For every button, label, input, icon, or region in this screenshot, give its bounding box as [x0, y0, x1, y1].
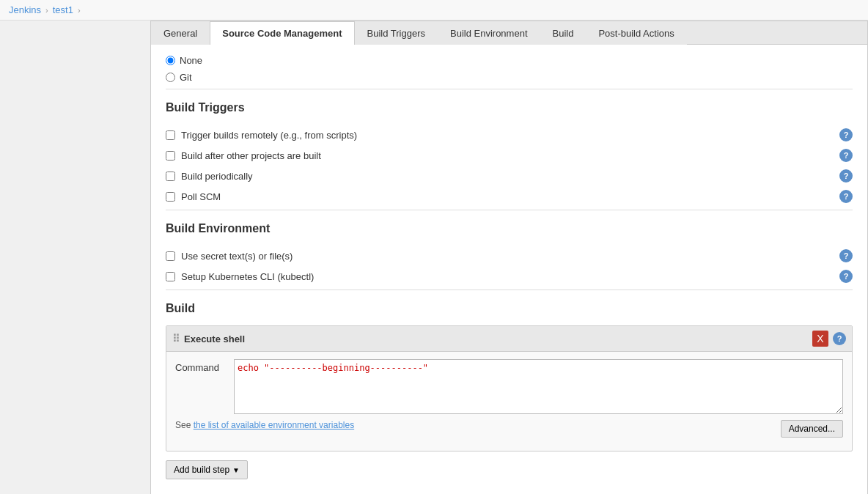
- left-sidebar: [0, 21, 150, 494]
- advanced-button[interactable]: Advanced...: [781, 420, 843, 438]
- breadcrumb: Jenkins › test1 ›: [0, 0, 868, 21]
- build-environment-header: Build Environment: [166, 222, 853, 238]
- trigger-remote-label: Trigger builds remotely (e.g., from scri…: [181, 130, 357, 141]
- delete-build-step-button[interactable]: X: [812, 331, 828, 347]
- tab-general[interactable]: General: [151, 21, 210, 45]
- build-section-header: Build: [166, 302, 853, 318]
- divider-3: [166, 290, 853, 290]
- setup-k8s-row: Setup Kubernetes CLI (kubectl) ?: [166, 266, 853, 287]
- scm-git-radio[interactable]: [166, 73, 175, 82]
- build-after-row: Build after other projects are built ?: [166, 145, 853, 166]
- secret-text-row: Use secret text(s) or file(s) ?: [166, 246, 853, 266]
- add-build-step-wrap: Add build step ▼: [166, 460, 853, 479]
- poll-scm-row: Poll SCM ?: [166, 186, 853, 207]
- execute-shell-body: Command echo "----------beginning-------…: [166, 352, 852, 451]
- build-periodically-checkbox[interactable]: [166, 172, 175, 181]
- add-build-step-label: Add build step: [174, 465, 229, 475]
- secret-text-label: Use secret text(s) or file(s): [181, 251, 293, 262]
- build-after-label: Build after other projects are built: [181, 150, 321, 161]
- setup-k8s-help-icon[interactable]: ?: [839, 270, 853, 283]
- setup-k8s-left: Setup Kubernetes CLI (kubectl): [166, 271, 314, 282]
- scm-none-radio[interactable]: [166, 56, 175, 65]
- scm-git-label: Git: [180, 72, 192, 83]
- execute-shell-box: ⠿ Execute shell X ? Command echo "------…: [166, 325, 853, 451]
- setup-k8s-checkbox[interactable]: [166, 272, 175, 281]
- breadcrumb-sep1: ›: [45, 6, 48, 15]
- main-container: General Source Code Management Build Tri…: [0, 21, 868, 494]
- divider-1: [166, 89, 853, 89]
- divider-2: [166, 210, 853, 210]
- drag-handle-icon[interactable]: ⠿: [172, 333, 180, 344]
- execute-shell-title-wrap: ⠿ Execute shell: [172, 333, 245, 344]
- poll-scm-label: Poll SCM: [181, 191, 221, 202]
- build-periodically-label: Build periodically: [181, 171, 253, 182]
- tab-build-triggers[interactable]: Build Triggers: [355, 21, 438, 45]
- command-row: Command echo "----------beginning-------…: [175, 359, 843, 414]
- form-content: None Git Build Triggers Trigger builds r…: [151, 45, 867, 494]
- env-vars-link[interactable]: the list of available environment variab…: [194, 420, 354, 430]
- add-build-step-button[interactable]: Add build step ▼: [166, 460, 248, 479]
- poll-scm-help-icon[interactable]: ?: [839, 190, 853, 203]
- tab-build-environment[interactable]: Build Environment: [438, 21, 540, 45]
- scm-none-label: None: [180, 55, 202, 66]
- build-after-checkbox[interactable]: [166, 151, 175, 161]
- trigger-remote-left: Trigger builds remotely (e.g., from scri…: [166, 130, 357, 141]
- execute-shell-title: Execute shell: [184, 333, 245, 344]
- scm-none-option: None: [166, 52, 853, 69]
- build-after-help-icon[interactable]: ?: [839, 149, 853, 162]
- breadcrumb-sep2: ›: [78, 6, 81, 15]
- tab-post-build[interactable]: Post-build Actions: [586, 21, 686, 45]
- execute-shell-help-icon[interactable]: ?: [833, 332, 846, 345]
- build-after-left: Build after other projects are built: [166, 150, 321, 161]
- trigger-remote-checkbox[interactable]: [166, 130, 175, 140]
- command-label: Command: [175, 359, 227, 373]
- command-textarea[interactable]: echo "----------beginning----------": [234, 359, 843, 414]
- env-vars-see-text: See: [175, 420, 194, 430]
- tab-scm[interactable]: Source Code Management: [210, 21, 354, 45]
- build-triggers-header: Build Triggers: [166, 101, 853, 117]
- env-vars-link-row: See the list of available environment va…: [175, 420, 843, 438]
- tabs-bar: General Source Code Management Build Tri…: [151, 21, 867, 45]
- setup-k8s-label: Setup Kubernetes CLI (kubectl): [181, 271, 314, 282]
- tab-build[interactable]: Build: [540, 21, 586, 45]
- execute-shell-header: ⠿ Execute shell X ?: [166, 326, 852, 352]
- content-area: General Source Code Management Build Tri…: [150, 21, 868, 494]
- build-periodically-row: Build periodically ?: [166, 166, 853, 186]
- dropdown-arrow-icon: ▼: [232, 466, 240, 474]
- secret-text-help-icon[interactable]: ?: [839, 249, 853, 262]
- poll-scm-checkbox[interactable]: [166, 192, 175, 202]
- trigger-remote-help-icon[interactable]: ?: [839, 128, 853, 141]
- build-periodically-help-icon[interactable]: ?: [839, 169, 853, 183]
- poll-scm-left: Poll SCM: [166, 191, 221, 202]
- trigger-remote-row: Trigger builds remotely (e.g., from scri…: [166, 125, 853, 145]
- secret-text-checkbox[interactable]: [166, 251, 175, 261]
- secret-text-left: Use secret text(s) or file(s): [166, 251, 293, 262]
- build-periodically-left: Build periodically: [166, 171, 253, 182]
- breadcrumb-test1-link[interactable]: test1: [53, 4, 73, 15]
- breadcrumb-jenkins-link[interactable]: Jenkins: [9, 4, 41, 15]
- scm-git-option: Git: [166, 69, 853, 86]
- execute-shell-header-right: X ?: [812, 331, 846, 347]
